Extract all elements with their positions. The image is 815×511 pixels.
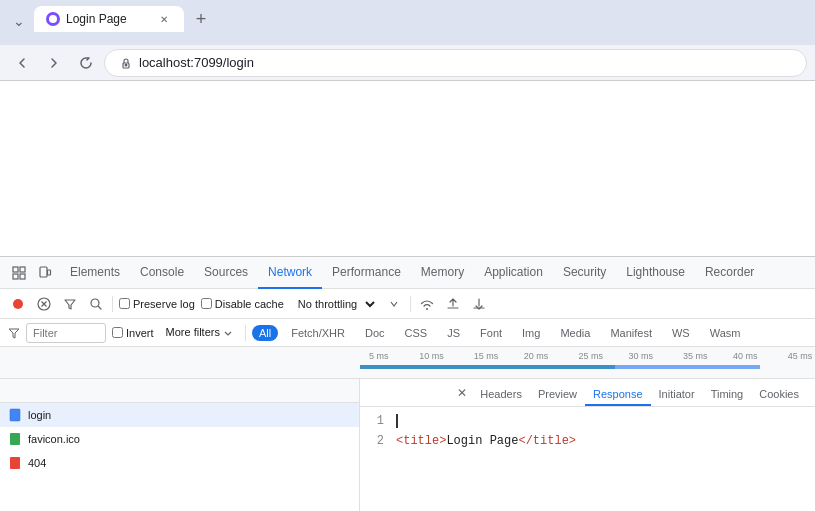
main-split: login login favicon.ico 404 ✕ Headers Pr… [0,379,815,511]
tab-bar: ⌄ Login Page ✕ + [0,0,815,32]
tab-list-button[interactable]: ⌄ [8,10,30,32]
filter-bar: Invert More filters All Fetch/XHR Doc CS… [0,319,815,347]
file-item-login[interactable]: login [0,403,359,427]
device-toolbar-icon[interactable] [34,262,56,284]
svg-rect-5 [13,274,18,279]
tab-recorder[interactable]: Recorder [695,257,764,289]
doc-icon [8,408,22,422]
filter-fetch-xhr[interactable]: Fetch/XHR [284,325,352,341]
filter-input[interactable] [26,323,106,343]
filter-button[interactable] [60,294,80,314]
network-toolbar: Preserve log Disable cache No throttling [0,289,815,319]
filter-font[interactable]: Font [473,325,509,341]
tab-close-button[interactable]: ✕ [156,11,172,27]
tick-30ms: 30 ms [628,351,653,361]
upload-icon[interactable] [443,294,463,314]
tick-20ms: 20 ms [524,351,549,361]
svg-point-0 [49,15,57,23]
file-name-login: login [28,409,51,421]
throttling-dropdown[interactable] [384,294,404,314]
search-button[interactable] [86,294,106,314]
tab-performance[interactable]: Performance [322,257,411,289]
tick-15ms: 15 ms [474,351,499,361]
response-tab-bar: ✕ Headers Preview Response Initiator Tim… [360,379,815,407]
disable-cache-checkbox[interactable]: Disable cache [201,298,284,310]
tick-35ms: 35 ms [683,351,708,361]
tab-memory[interactable]: Memory [411,257,474,289]
forward-button[interactable] [40,49,68,77]
more-filters-button[interactable]: More filters [160,325,239,339]
file-item-404[interactable]: 404 [0,451,359,475]
disable-cache-input[interactable] [201,298,212,309]
timeline-blue-bar [360,365,760,369]
svg-rect-8 [48,270,51,275]
filter-css[interactable]: CSS [398,325,435,341]
favicon-icon [8,432,22,446]
page-content [0,81,815,256]
tick-10ms: 10 ms [419,351,444,361]
inspect-icon[interactable] [8,262,30,284]
address-text: localhost:7099/login [139,55,254,70]
close-response-button[interactable]: ✕ [452,383,472,403]
svg-rect-4 [20,267,25,272]
browser-chrome: ⌄ Login Page ✕ + [0,0,815,45]
clear-button[interactable] [34,294,54,314]
file-name-404: 404 [28,457,46,469]
svg-point-11 [91,299,99,307]
svg-point-1 [125,63,128,66]
download-icon[interactable] [469,294,489,314]
filter-ws[interactable]: WS [665,325,697,341]
tab-favicon [46,12,60,26]
tab-security[interactable]: Security [553,257,616,289]
response-line-2: 2 <title>Login Page</title> [368,431,807,451]
svg-rect-7 [40,267,47,277]
record-button[interactable] [8,294,28,314]
filter-img[interactable]: Img [515,325,547,341]
resp-tab-response[interactable]: Response [585,384,651,406]
filter-manifest[interactable]: Manifest [603,325,659,341]
tick-25ms: 25 ms [578,351,603,361]
tab-application[interactable]: Application [474,257,553,289]
lock-icon [119,56,133,70]
tab-elements[interactable]: Elements [60,257,130,289]
preserve-log-input[interactable] [119,298,130,309]
filter-doc[interactable]: Doc [358,325,392,341]
invert-input[interactable] [112,327,123,338]
response-content: 1 2 <title>Login Page</title> [360,407,815,511]
wifi-icon[interactable] [417,294,437,314]
resp-tab-headers[interactable]: Headers [472,384,530,406]
reload-button[interactable] [72,49,100,77]
resp-tab-timing[interactable]: Timing [703,384,752,406]
svg-rect-6 [20,274,25,279]
file-list-header: login [0,379,359,403]
filter-media[interactable]: Media [553,325,597,341]
filter-wasm[interactable]: Wasm [703,325,748,341]
tab-console[interactable]: Console [130,257,194,289]
preserve-log-checkbox[interactable]: Preserve log [119,298,195,310]
resp-tab-initiator[interactable]: Initiator [651,384,703,406]
address-bar[interactable]: localhost:7099/login [104,49,807,77]
filter-icon [8,327,20,339]
file-item-favicon[interactable]: favicon.ico [0,427,359,451]
file-list: login login favicon.ico 404 [0,379,360,511]
resp-tab-cookies[interactable]: Cookies [751,384,807,406]
tick-40ms: 40 ms [733,351,758,361]
devtools-tab-bar: Elements Console Sources Network Perform… [0,257,815,289]
back-button[interactable] [8,49,36,77]
tab-sources[interactable]: Sources [194,257,258,289]
tab-lighthouse[interactable]: Lighthouse [616,257,695,289]
filter-all[interactable]: All [252,325,278,341]
browser-tab[interactable]: Login Page ✕ [34,6,184,32]
devtools-icons [4,262,60,284]
resp-tab-preview[interactable]: Preview [530,384,585,406]
svg-point-9 [13,299,23,309]
new-tab-button[interactable]: + [188,6,214,32]
tab-network[interactable]: Network [258,257,322,289]
file-name-favicon: favicon.ico [28,433,80,445]
throttling-select[interactable]: No throttling [290,295,378,313]
invert-checkbox[interactable]: Invert [112,327,154,339]
response-panel: ✕ Headers Preview Response Initiator Tim… [360,379,815,511]
filter-js[interactable]: JS [440,325,467,341]
navigation-bar: localhost:7099/login [0,45,815,81]
svg-rect-14 [10,433,20,445]
